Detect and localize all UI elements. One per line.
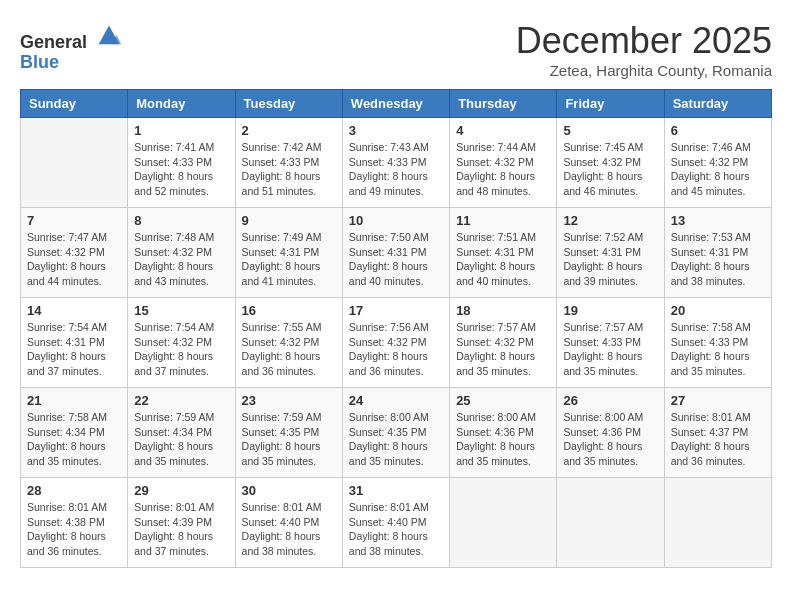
cell-info: Sunrise: 8:00 AMSunset: 4:35 PMDaylight:… <box>349 410 443 469</box>
cell-info: Sunrise: 7:54 AMSunset: 4:32 PMDaylight:… <box>134 320 228 379</box>
calendar-cell <box>450 478 557 568</box>
day-number: 31 <box>349 483 443 498</box>
logo-general: General <box>20 32 87 52</box>
cell-info: Sunrise: 7:59 AMSunset: 4:35 PMDaylight:… <box>242 410 336 469</box>
logo-blue: Blue <box>20 52 59 72</box>
cell-info: Sunrise: 7:57 AMSunset: 4:32 PMDaylight:… <box>456 320 550 379</box>
calendar-cell: 22 Sunrise: 7:59 AMSunset: 4:34 PMDaylig… <box>128 388 235 478</box>
day-number: 12 <box>563 213 657 228</box>
day-number: 22 <box>134 393 228 408</box>
cell-info: Sunrise: 7:48 AMSunset: 4:32 PMDaylight:… <box>134 230 228 289</box>
logo-icon <box>95 20 123 48</box>
cell-info: Sunrise: 7:45 AMSunset: 4:32 PMDaylight:… <box>563 140 657 199</box>
calendar-cell: 18 Sunrise: 7:57 AMSunset: 4:32 PMDaylig… <box>450 298 557 388</box>
day-number: 11 <box>456 213 550 228</box>
calendar-cell: 21 Sunrise: 7:58 AMSunset: 4:34 PMDaylig… <box>21 388 128 478</box>
calendar-cell: 16 Sunrise: 7:55 AMSunset: 4:32 PMDaylig… <box>235 298 342 388</box>
calendar-cell: 27 Sunrise: 8:01 AMSunset: 4:37 PMDaylig… <box>664 388 771 478</box>
day-number: 15 <box>134 303 228 318</box>
cell-info: Sunrise: 7:53 AMSunset: 4:31 PMDaylight:… <box>671 230 765 289</box>
cell-info: Sunrise: 8:01 AMSunset: 4:37 PMDaylight:… <box>671 410 765 469</box>
cell-info: Sunrise: 7:54 AMSunset: 4:31 PMDaylight:… <box>27 320 121 379</box>
cell-info: Sunrise: 7:47 AMSunset: 4:32 PMDaylight:… <box>27 230 121 289</box>
calendar-cell: 20 Sunrise: 7:58 AMSunset: 4:33 PMDaylig… <box>664 298 771 388</box>
day-number: 24 <box>349 393 443 408</box>
cell-info: Sunrise: 8:01 AMSunset: 4:38 PMDaylight:… <box>27 500 121 559</box>
day-number: 16 <box>242 303 336 318</box>
day-number: 23 <box>242 393 336 408</box>
cell-info: Sunrise: 7:50 AMSunset: 4:31 PMDaylight:… <box>349 230 443 289</box>
cell-info: Sunrise: 7:44 AMSunset: 4:32 PMDaylight:… <box>456 140 550 199</box>
day-number: 10 <box>349 213 443 228</box>
day-header-monday: Monday <box>128 90 235 118</box>
calendar-cell: 7 Sunrise: 7:47 AMSunset: 4:32 PMDayligh… <box>21 208 128 298</box>
calendar-cell: 13 Sunrise: 7:53 AMSunset: 4:31 PMDaylig… <box>664 208 771 298</box>
calendar-cell <box>664 478 771 568</box>
calendar-cell: 23 Sunrise: 7:59 AMSunset: 4:35 PMDaylig… <box>235 388 342 478</box>
calendar-cell: 10 Sunrise: 7:50 AMSunset: 4:31 PMDaylig… <box>342 208 449 298</box>
calendar-cell: 25 Sunrise: 8:00 AMSunset: 4:36 PMDaylig… <box>450 388 557 478</box>
title-block: December 2025 Zetea, Harghita County, Ro… <box>516 20 772 79</box>
header-row: SundayMondayTuesdayWednesdayThursdayFrid… <box>21 90 772 118</box>
subtitle: Zetea, Harghita County, Romania <box>516 62 772 79</box>
day-header-tuesday: Tuesday <box>235 90 342 118</box>
day-header-saturday: Saturday <box>664 90 771 118</box>
calendar-cell: 4 Sunrise: 7:44 AMSunset: 4:32 PMDayligh… <box>450 118 557 208</box>
calendar-cell: 2 Sunrise: 7:42 AMSunset: 4:33 PMDayligh… <box>235 118 342 208</box>
page-header: General Blue December 2025 Zetea, Harghi… <box>20 20 772 79</box>
cell-info: Sunrise: 8:00 AMSunset: 4:36 PMDaylight:… <box>563 410 657 469</box>
calendar-cell: 19 Sunrise: 7:57 AMSunset: 4:33 PMDaylig… <box>557 298 664 388</box>
day-number: 27 <box>671 393 765 408</box>
cell-info: Sunrise: 7:59 AMSunset: 4:34 PMDaylight:… <box>134 410 228 469</box>
calendar-cell <box>21 118 128 208</box>
cell-info: Sunrise: 7:56 AMSunset: 4:32 PMDaylight:… <box>349 320 443 379</box>
calendar-table: SundayMondayTuesdayWednesdayThursdayFrid… <box>20 89 772 568</box>
day-number: 18 <box>456 303 550 318</box>
calendar-cell: 29 Sunrise: 8:01 AMSunset: 4:39 PMDaylig… <box>128 478 235 568</box>
cell-info: Sunrise: 7:46 AMSunset: 4:32 PMDaylight:… <box>671 140 765 199</box>
day-number: 9 <box>242 213 336 228</box>
cell-info: Sunrise: 8:00 AMSunset: 4:36 PMDaylight:… <box>456 410 550 469</box>
month-title: December 2025 <box>516 20 772 62</box>
day-header-thursday: Thursday <box>450 90 557 118</box>
calendar-cell: 12 Sunrise: 7:52 AMSunset: 4:31 PMDaylig… <box>557 208 664 298</box>
cell-info: Sunrise: 7:49 AMSunset: 4:31 PMDaylight:… <box>242 230 336 289</box>
day-header-sunday: Sunday <box>21 90 128 118</box>
day-header-wednesday: Wednesday <box>342 90 449 118</box>
cell-info: Sunrise: 7:58 AMSunset: 4:34 PMDaylight:… <box>27 410 121 469</box>
day-number: 1 <box>134 123 228 138</box>
calendar-cell: 24 Sunrise: 8:00 AMSunset: 4:35 PMDaylig… <box>342 388 449 478</box>
day-number: 29 <box>134 483 228 498</box>
day-number: 25 <box>456 393 550 408</box>
calendar-week-3: 14 Sunrise: 7:54 AMSunset: 4:31 PMDaylig… <box>21 298 772 388</box>
cell-info: Sunrise: 8:01 AMSunset: 4:40 PMDaylight:… <box>349 500 443 559</box>
cell-info: Sunrise: 7:51 AMSunset: 4:31 PMDaylight:… <box>456 230 550 289</box>
day-number: 19 <box>563 303 657 318</box>
day-number: 30 <box>242 483 336 498</box>
calendar-week-5: 28 Sunrise: 8:01 AMSunset: 4:38 PMDaylig… <box>21 478 772 568</box>
calendar-cell: 17 Sunrise: 7:56 AMSunset: 4:32 PMDaylig… <box>342 298 449 388</box>
day-number: 3 <box>349 123 443 138</box>
calendar-cell: 9 Sunrise: 7:49 AMSunset: 4:31 PMDayligh… <box>235 208 342 298</box>
calendar-week-2: 7 Sunrise: 7:47 AMSunset: 4:32 PMDayligh… <box>21 208 772 298</box>
cell-info: Sunrise: 7:58 AMSunset: 4:33 PMDaylight:… <box>671 320 765 379</box>
calendar-week-4: 21 Sunrise: 7:58 AMSunset: 4:34 PMDaylig… <box>21 388 772 478</box>
calendar-week-1: 1 Sunrise: 7:41 AMSunset: 4:33 PMDayligh… <box>21 118 772 208</box>
calendar-cell: 3 Sunrise: 7:43 AMSunset: 4:33 PMDayligh… <box>342 118 449 208</box>
calendar-cell: 31 Sunrise: 8:01 AMSunset: 4:40 PMDaylig… <box>342 478 449 568</box>
cell-info: Sunrise: 8:01 AMSunset: 4:40 PMDaylight:… <box>242 500 336 559</box>
cell-info: Sunrise: 7:41 AMSunset: 4:33 PMDaylight:… <box>134 140 228 199</box>
day-number: 14 <box>27 303 121 318</box>
calendar-cell: 14 Sunrise: 7:54 AMSunset: 4:31 PMDaylig… <box>21 298 128 388</box>
day-number: 21 <box>27 393 121 408</box>
calendar-cell: 6 Sunrise: 7:46 AMSunset: 4:32 PMDayligh… <box>664 118 771 208</box>
calendar-cell: 5 Sunrise: 7:45 AMSunset: 4:32 PMDayligh… <box>557 118 664 208</box>
day-number: 2 <box>242 123 336 138</box>
cell-info: Sunrise: 7:42 AMSunset: 4:33 PMDaylight:… <box>242 140 336 199</box>
day-number: 5 <box>563 123 657 138</box>
cell-info: Sunrise: 7:55 AMSunset: 4:32 PMDaylight:… <box>242 320 336 379</box>
calendar-cell: 1 Sunrise: 7:41 AMSunset: 4:33 PMDayligh… <box>128 118 235 208</box>
cell-info: Sunrise: 7:52 AMSunset: 4:31 PMDaylight:… <box>563 230 657 289</box>
day-number: 4 <box>456 123 550 138</box>
day-number: 7 <box>27 213 121 228</box>
